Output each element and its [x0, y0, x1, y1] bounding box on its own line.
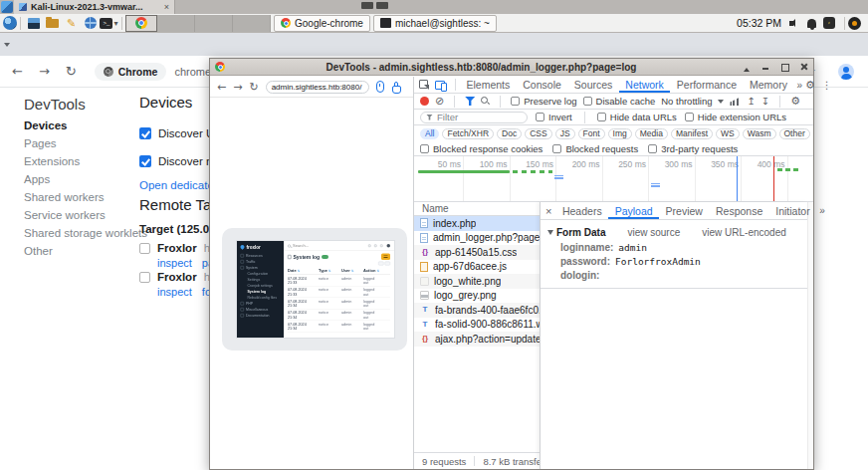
devtools-tab[interactable]: Memory — [743, 77, 793, 93]
reload-icon[interactable]: ↻ — [66, 64, 77, 79]
filter-input[interactable]: Filter — [420, 112, 528, 123]
hide-extension-urls-checkbox[interactable]: Hide extension URLs — [685, 112, 786, 122]
maximize-icon[interactable] — [779, 62, 789, 72]
filter-pill[interactable]: Doc — [497, 128, 522, 139]
vm-tab[interactable]: Kali-Linux-2021.3-vmwar... × — [14, 0, 175, 14]
taskbar-window-chrome[interactable]: Google-chrome — [274, 15, 370, 32]
vm-tab-close-icon[interactable]: × — [164, 2, 169, 12]
rollup-icon[interactable] — [742, 62, 752, 72]
inspect-link[interactable]: inspect — [157, 257, 192, 269]
text-editor-button[interactable]: ✎ — [62, 15, 81, 31]
page-next-button[interactable] — [385, 262, 391, 266]
hide-data-urls-checkbox[interactable]: Hide data URLs — [597, 112, 677, 122]
record-icon[interactable] — [420, 97, 429, 106]
details-tab[interactable]: Preview — [659, 202, 709, 219]
checkbox-checked-icon[interactable] — [139, 155, 151, 167]
devtools-tab[interactable]: Sources — [567, 77, 619, 93]
truncate-log-button[interactable] — [381, 254, 390, 261]
view-url-encoded-link[interactable]: view URL-encoded — [702, 227, 786, 238]
throttling-select[interactable]: No throttling — [661, 96, 712, 107]
disable-cache-checkbox[interactable]: Disable cache — [583, 96, 656, 107]
inspect-link[interactable]: inspect — [157, 286, 192, 298]
omnibox-chip[interactable]: Chrome — [95, 63, 167, 81]
clear-icon[interactable]: ⊘ — [435, 96, 444, 107]
power-manager-icon[interactable] — [823, 17, 835, 29]
device-toolbar-icon[interactable] — [435, 80, 447, 90]
more-tabs-icon[interactable]: » — [793, 80, 805, 91]
details-tab[interactable]: Initiator — [769, 202, 816, 219]
device-screen[interactable]: froxlor ResourcesTrafficSystemConfigurat… — [237, 241, 394, 338]
forward-icon[interactable]: → — [39, 64, 50, 79]
filter-pill[interactable]: WS — [716, 128, 740, 139]
mouse-emulation-icon[interactable] — [376, 81, 384, 93]
column-header-type[interactable]: Type — [319, 269, 341, 274]
topbar-icon[interactable] — [368, 245, 371, 248]
chevron-down-icon[interactable]: ▾ — [113, 19, 117, 28]
devtools-tab[interactable]: Performance — [670, 77, 743, 93]
inspect-sidebar-item[interactable]: Shared storage worklets — [24, 227, 147, 239]
inspect-sidebar-item[interactable]: Pages — [24, 137, 147, 149]
network-conditions-icon[interactable] — [730, 97, 741, 106]
column-header-user[interactable]: User — [341, 269, 363, 274]
filter-pill[interactable]: JS — [555, 128, 575, 139]
forward-icon[interactable]: → — [233, 81, 242, 94]
network-overview-timeline[interactable]: 50 ms100 ms150 ms200 ms250 ms300 ms350 m… — [414, 156, 813, 202]
scrollbar[interactable] — [807, 202, 813, 469]
invert-checkbox[interactable]: Invert — [536, 112, 572, 122]
blocked-cookies-checkbox[interactable]: Blocked response cookies — [420, 143, 542, 154]
inspect-sidebar-item[interactable]: Service workers — [24, 209, 147, 221]
more-tabs-icon[interactable]: » — [816, 205, 828, 216]
filter-pill[interactable]: All — [420, 128, 439, 139]
froxlor-avatar[interactable] — [387, 244, 391, 248]
filter-pill[interactable]: Font — [578, 128, 605, 139]
filter-pill[interactable]: Other — [779, 128, 810, 139]
show-desktop-button[interactable] — [24, 15, 43, 31]
filter-pill[interactable]: Media — [635, 128, 668, 139]
filter-pill[interactable]: Wasm — [743, 128, 776, 139]
terminal-button[interactable]: >_ ▾ — [100, 15, 118, 31]
filter-pill[interactable]: Img — [608, 128, 632, 139]
taskbar-window-terminal[interactable]: michael@sightless: ~ — [373, 15, 497, 32]
devtools-tab[interactable]: Console — [517, 77, 568, 93]
inspect-sidebar-item[interactable]: Other — [24, 245, 147, 257]
search-icon[interactable] — [481, 97, 490, 106]
notifications-icon[interactable] — [807, 19, 816, 28]
blocked-requests-checkbox[interactable]: Blocked requests — [552, 143, 638, 154]
chrome-launcher-button[interactable] — [125, 15, 157, 32]
froxlor-menu-item[interactable]: Documentation — [237, 313, 284, 319]
form-data-header[interactable]: Form Data view source view URL-encoded — [541, 225, 807, 240]
close-icon[interactable]: × — [545, 205, 551, 217]
devtools-tab[interactable]: Network — [619, 77, 671, 93]
tab-search-chevron-icon[interactable] — [3, 43, 11, 49]
back-icon[interactable]: ← — [217, 81, 226, 94]
volume-icon[interactable] — [789, 19, 800, 28]
filter-pill[interactable]: Fetch/XHR — [442, 128, 494, 139]
checkbox-checked-icon[interactable] — [139, 127, 151, 139]
web-browser-button[interactable] — [81, 15, 100, 31]
inspect-element-icon[interactable] — [419, 80, 429, 90]
minimize-icon[interactable] — [760, 62, 770, 72]
user-menu-icon[interactable] — [848, 17, 861, 30]
close-icon[interactable] — [798, 62, 808, 72]
inspect-sidebar-item[interactable]: Shared workers — [24, 191, 147, 203]
view-source-link[interactable]: view source — [627, 227, 680, 238]
profile-avatar[interactable] — [838, 64, 854, 80]
inspect-sidebar-item[interactable]: Devices — [24, 119, 147, 131]
inspect-sidebar-item[interactable]: Apps — [24, 173, 147, 185]
gear-icon[interactable]: ⚙ — [805, 80, 815, 91]
page-prev-button[interactable] — [378, 262, 384, 266]
export-har-icon[interactable]: ↧ — [761, 97, 769, 107]
touch-emulation-icon[interactable] — [391, 82, 400, 93]
filter-funnel-icon[interactable] — [465, 97, 475, 106]
devtools-tab[interactable]: Elements — [460, 77, 517, 93]
topbar-icon[interactable] — [380, 245, 383, 248]
column-header-date[interactable]: Date — [288, 269, 319, 274]
devtools-titlebar[interactable]: DevTools - admin.sightless.htb:8080/admi… — [210, 59, 813, 76]
inspect-sidebar-item[interactable]: Extensions — [24, 155, 147, 167]
screencast-url-input[interactable]: admin.sightless.htb:8080/ — [266, 81, 369, 94]
preserve-log-checkbox[interactable]: Preserve log — [511, 96, 576, 107]
column-header-action[interactable]: Action — [363, 269, 380, 274]
kali-menu-icon[interactable] — [3, 16, 17, 30]
third-party-checkbox[interactable]: 3rd-party requests — [648, 143, 738, 154]
details-tab[interactable]: Payload — [608, 202, 659, 219]
